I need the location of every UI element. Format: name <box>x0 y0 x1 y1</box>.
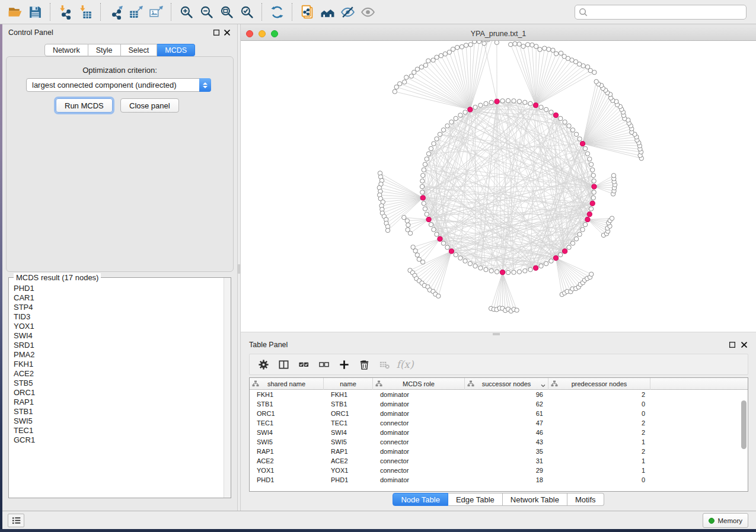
task-history-button[interactable] <box>8 514 24 527</box>
settings-button[interactable] <box>254 355 272 373</box>
show-all-button[interactable] <box>358 2 378 22</box>
column-chooser-button[interactable] <box>275 355 292 373</box>
select-all-icon <box>298 359 310 370</box>
tab-select[interactable]: Select <box>121 44 158 56</box>
export-network-button[interactable] <box>106 2 126 22</box>
new-network-from-selection-button[interactable] <box>297 2 317 22</box>
float-panel-icon[interactable] <box>728 341 736 349</box>
export-table-button[interactable] <box>126 2 146 22</box>
deselect-all-icon <box>318 359 330 370</box>
hide-selected-button[interactable] <box>337 2 358 22</box>
refresh-button[interactable] <box>267 2 287 22</box>
table-scrollbar[interactable] <box>741 400 747 449</box>
tab-network[interactable]: Network <box>44 44 88 56</box>
network-view-canvas[interactable] <box>241 41 756 332</box>
table-row[interactable]: YOX1YOX1connector291 <box>250 466 748 475</box>
zoom-out-button[interactable] <box>196 2 216 22</box>
mcds-result-item[interactable]: PHD1 <box>14 284 223 293</box>
optimization-criterion-label: Optimization criterion: <box>2 66 237 75</box>
zoom-in-button[interactable] <box>176 2 196 22</box>
save-session-button[interactable] <box>25 2 45 22</box>
network-graph[interactable] <box>241 41 756 332</box>
run-mcds-button[interactable]: Run MCDS <box>56 98 113 113</box>
tab-style[interactable]: Style <box>88 44 121 56</box>
export-image-button[interactable] <box>146 2 166 22</box>
mcds-result-item[interactable]: TID3 <box>14 312 223 322</box>
first-neighbors-button[interactable] <box>317 2 337 22</box>
mcds-result-item[interactable]: RAP1 <box>14 398 223 407</box>
mcds-result-item[interactable]: ORC1 <box>14 388 223 398</box>
column-header-shared-name[interactable]: shared name <box>250 378 324 390</box>
mcds-result-item[interactable]: SRD1 <box>14 341 223 350</box>
mcds-result-list[interactable]: PHD1CAR1STP4TID3YOX1SWI4SRD1PMA2FKH1ACE2… <box>9 284 223 497</box>
float-panel-icon[interactable] <box>212 28 221 37</box>
column-header-name[interactable]: name <box>324 378 373 390</box>
desktop-background-bottom <box>0 529 756 532</box>
table-row[interactable]: RAP1RAP1dominator352 <box>250 447 748 456</box>
open-file-button[interactable] <box>5 2 25 22</box>
status-bar: Memory <box>2 511 756 529</box>
mcds-result-item[interactable]: STB1 <box>14 407 223 416</box>
main-toolbar <box>0 0 756 24</box>
search-field-wrap <box>575 5 747 20</box>
column-label: name <box>340 380 356 387</box>
tab-node-table[interactable]: Node Table <box>393 493 448 506</box>
memory-button[interactable]: Memory <box>703 513 748 528</box>
network-and-table-area: YPA_prune.txt_1 Table Panel f(x) shared … <box>241 24 756 511</box>
column-header-successor-nodes[interactable]: successor nodes <box>465 378 548 390</box>
tab-motifs[interactable]: Motifs <box>567 493 604 506</box>
mcds-result-item[interactable]: SWI5 <box>14 416 223 426</box>
mcds-result-item[interactable]: FKH1 <box>14 360 223 369</box>
close-panel-button[interactable]: Close panel <box>120 98 179 113</box>
splitter-grip[interactable] <box>238 264 240 274</box>
delete-row-button[interactable] <box>355 355 373 373</box>
zoom-fit-button[interactable] <box>216 2 237 22</box>
table-row[interactable]: ORC1ORC1dominator610 <box>250 409 748 418</box>
close-panel-icon[interactable] <box>740 341 748 349</box>
deselect-all-button[interactable] <box>315 355 333 373</box>
mcds-result-item[interactable]: STP4 <box>14 303 223 312</box>
close-panel-icon[interactable] <box>223 28 231 37</box>
delete-table-icon <box>379 359 390 370</box>
mcds-result-item[interactable]: SWI4 <box>14 331 223 341</box>
cell-MCDS-role: dominator <box>373 390 465 399</box>
table-row[interactable]: PHD1PHD1dominator180 <box>250 475 748 485</box>
mcds-result-item[interactable]: STB5 <box>14 379 223 388</box>
table-row[interactable]: SWI5SWI5connector431 <box>250 437 748 447</box>
mcds-result-item[interactable]: GCR1 <box>14 435 223 445</box>
tab-edge-table[interactable]: Edge Table <box>448 493 503 506</box>
import-table-button[interactable] <box>75 2 95 22</box>
memory-status-dot <box>709 518 714 524</box>
mcds-result-item[interactable]: TEC1 <box>14 426 223 435</box>
select-all-button[interactable] <box>295 355 312 373</box>
import-network-button[interactable] <box>55 2 75 22</box>
criterion-dropdown[interactable]: largest connected component (undirected) <box>26 78 211 92</box>
search-input[interactable] <box>575 5 747 20</box>
table-row[interactable]: ACE2ACE2connector311 <box>250 456 748 466</box>
table-row[interactable]: SWI4SWI4dominator462 <box>250 428 748 437</box>
table-row[interactable]: TEC1TEC1connector472 <box>250 418 748 428</box>
column-header-MCDS-role[interactable]: MCDS role <box>373 378 465 390</box>
mcds-result-scrollbar[interactable] <box>224 278 231 498</box>
add-row-button[interactable] <box>335 355 353 373</box>
export-image-icon <box>149 5 164 20</box>
table-row[interactable]: FKH1FKH1dominator962 <box>250 390 748 399</box>
cell-name: SWI4 <box>324 428 373 437</box>
column-header-predecessor-nodes[interactable]: predecessor nodes <box>548 378 650 390</box>
node-table[interactable]: shared namenameMCDS rolesuccessor nodesp… <box>249 377 748 492</box>
zoom-selected-icon <box>240 5 254 20</box>
table-panel-title: Table Panel <box>249 341 288 349</box>
mcds-result-item[interactable]: CAR1 <box>14 293 223 303</box>
hide-selected-icon <box>340 5 355 20</box>
network-window-titlebar[interactable]: YPA_prune.txt_1 <box>241 27 756 41</box>
cell-name: STB1 <box>324 399 373 409</box>
mcds-result-item[interactable]: ACE2 <box>14 369 223 379</box>
mcds-result-item[interactable]: YOX1 <box>14 322 223 331</box>
table-row[interactable]: STB1STB1dominator620 <box>250 399 748 409</box>
mcds-result-item[interactable]: PMA2 <box>14 350 223 360</box>
cell-name: RAP1 <box>324 447 373 456</box>
export-network-icon <box>109 5 123 20</box>
tab-network-table[interactable]: Network Table <box>503 493 567 506</box>
zoom-selected-button[interactable] <box>237 2 257 22</box>
tab-mcds[interactable]: MCDS <box>157 44 195 56</box>
